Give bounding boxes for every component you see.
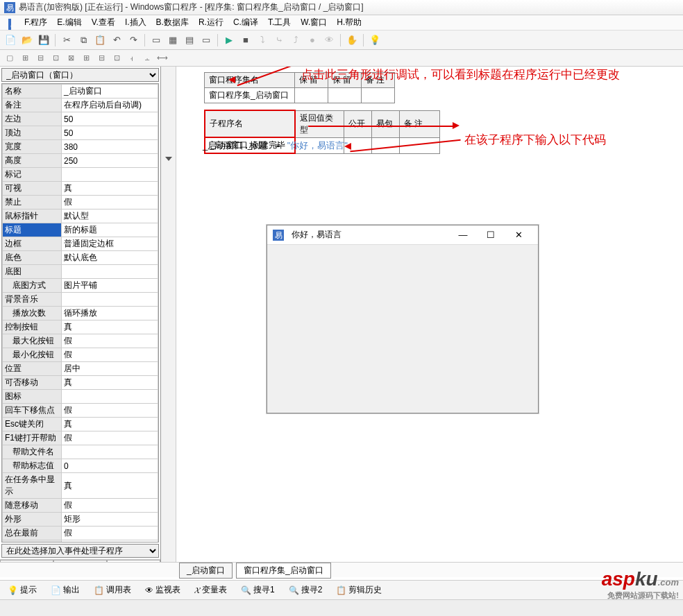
menu-tools[interactable]: T.工具 — [264, 15, 295, 30]
watch-button[interactable]: 👁 — [321, 33, 337, 48]
prop-key[interactable]: 高度 — [3, 154, 62, 168]
prop-key[interactable]: 最大化按钮 — [3, 334, 62, 348]
prop-key[interactable]: 图标 — [3, 390, 62, 404]
prop-key[interactable]: 总在最前 — [3, 527, 62, 540]
align9-button[interactable]: ⫠ — [140, 51, 154, 65]
align8-button[interactable]: ⫞ — [125, 51, 139, 65]
prop-value[interactable]: 假 — [62, 348, 158, 362]
menu-program[interactable]: F.程序 — [20, 15, 51, 30]
code-line[interactable]: _启动窗口.标题 ＝ "你好，易语言" — [203, 139, 348, 152]
align4-button[interactable]: ⊠ — [64, 51, 78, 65]
save-button[interactable]: 💾 — [36, 33, 51, 48]
prop-value[interactable] — [62, 445, 158, 459]
align7-button[interactable]: ⊡ — [110, 51, 124, 65]
step-out-button[interactable]: ⤴ — [288, 33, 303, 48]
prop-value[interactable]: 假 — [62, 499, 158, 513]
app-menu-icon[interactable]: 易 — [4, 17, 15, 28]
prop-key[interactable]: 背景音乐 — [3, 293, 62, 307]
run-button[interactable]: ▶ — [221, 33, 237, 48]
prop-key[interactable]: 回车下移焦点 — [3, 404, 62, 418]
prop-value[interactable]: 假 — [62, 527, 158, 540]
prop-value[interactable]: 假 — [62, 404, 158, 418]
align5-button[interactable]: ⊞ — [79, 51, 93, 65]
prop-value[interactable]: 在程序启动后自动调) — [62, 99, 158, 112]
align6-button[interactable]: ⊟ — [94, 51, 108, 65]
prop-value[interactable]: 真 — [62, 376, 158, 390]
prop-value[interactable]: _启动窗口 — [62, 85, 158, 99]
align2-button[interactable]: ⊟ — [33, 51, 47, 65]
prop-key[interactable]: 可否移动 — [3, 376, 62, 390]
prop-value[interactable]: 居中 — [62, 362, 158, 376]
prop-key[interactable]: 鼠标指针 — [3, 209, 62, 223]
prop-key[interactable]: 帮助标志值 — [3, 459, 62, 473]
prop-key[interactable]: 底图 — [3, 265, 62, 279]
prop-key[interactable]: 控制按钮 — [3, 320, 62, 334]
align-left-button[interactable]: ▢ — [3, 51, 17, 65]
prop-key[interactable]: 最小化按钮 — [3, 348, 62, 362]
prop-key[interactable]: 在任务条中显示 — [3, 473, 62, 499]
prop-key[interactable]: 边框 — [3, 237, 62, 251]
prop-value[interactable]: 真 — [62, 473, 158, 499]
prop-value[interactable] — [62, 265, 158, 279]
prop-value[interactable]: 循环播放 — [62, 307, 158, 320]
prop-key[interactable]: 备注 — [3, 99, 62, 112]
prop-value[interactable]: 矩形 — [62, 513, 158, 527]
prop-key[interactable]: Esc键关闭 — [3, 418, 62, 431]
prop-value[interactable]: 50 — [62, 126, 158, 140]
prop-key[interactable]: 底色 — [3, 251, 62, 265]
prop-value[interactable]: 默认底色 — [62, 251, 158, 265]
prop-value[interactable]: 假 — [62, 196, 158, 209]
code-editor[interactable]: 窗口程序集名保 留保 留备 注 窗口程序集_启动窗口 子程序名 返回值类型 公开… — [176, 67, 683, 577]
prop-key[interactable]: 名称 — [3, 85, 62, 99]
menu-database[interactable]: B.数据库 — [152, 15, 193, 30]
prop-value[interactable]: 真 — [62, 418, 158, 431]
tab-vars[interactable]: 𝓧 变量表 — [189, 581, 232, 599]
align-button[interactable]: ⊞ — [18, 51, 32, 65]
prop-key[interactable]: 帮助文件名 — [3, 445, 62, 459]
step-into-button[interactable]: ⤷ — [271, 33, 287, 48]
menu-edit[interactable]: E.编辑 — [53, 15, 85, 30]
menu-run[interactable]: R.运行 — [194, 15, 228, 30]
object-select[interactable]: _启动窗口（窗口） — [1, 68, 159, 82]
prop-key[interactable]: 位置 — [3, 362, 62, 376]
cut-button[interactable]: ✂ — [59, 33, 74, 48]
prop-value[interactable]: 假 — [62, 431, 158, 445]
tab-tip[interactable]: 💡 提示 — [3, 581, 42, 599]
prop-key[interactable]: 左边 — [3, 112, 62, 126]
undo-button[interactable]: ↶ — [109, 33, 124, 48]
tab-output[interactable]: 📄 输出 — [46, 581, 85, 599]
paste-button[interactable]: 📋 — [92, 33, 108, 48]
prop-key[interactable]: 顶边 — [3, 126, 62, 140]
prop-value[interactable]: 假 — [62, 540, 158, 543]
open-button[interactable]: 📂 — [19, 33, 35, 48]
prop-value[interactable]: 380 — [62, 140, 158, 154]
layout3-button[interactable]: ▭ — [199, 33, 214, 48]
prop-key[interactable]: 标记 — [3, 168, 62, 182]
prop-value[interactable] — [62, 293, 158, 307]
stop-button[interactable]: ■ — [238, 33, 253, 48]
prop-key[interactable]: 宽度 — [3, 140, 62, 154]
menu-insert[interactable]: I.插入 — [121, 15, 151, 30]
breakpoint-button[interactable]: ● — [305, 33, 320, 48]
help-button[interactable]: 💡 — [367, 33, 382, 48]
prop-key[interactable]: 禁止 — [3, 196, 62, 209]
prop-key[interactable]: F1键打开帮助 — [3, 431, 62, 445]
doc-tab-2[interactable]: 窗口程序集_启动窗口 — [236, 563, 331, 579]
prop-value[interactable]: 图片平铺 — [62, 279, 158, 293]
tab-search1[interactable]: 🔍 搜寻1 — [236, 581, 280, 599]
preview-maximize-button[interactable]: ☐ — [477, 225, 505, 245]
menu-compile[interactable]: C.编译 — [229, 15, 262, 30]
align3-button[interactable]: ⊡ — [49, 51, 62, 65]
preview-titlebar[interactable]: 易 你好，易语言 — ☐ ✕ — [267, 225, 538, 245]
hand-button[interactable]: ✋ — [344, 33, 360, 48]
menu-window[interactable]: W.窗口 — [296, 15, 331, 30]
window-list-button[interactable]: ▭ — [149, 33, 164, 48]
event-select[interactable]: 在此处选择加入事件处理子程序 — [1, 544, 159, 558]
align10-button[interactable]: ⟷ — [155, 51, 169, 65]
prop-key[interactable]: 播放次数 — [3, 307, 62, 320]
prop-value[interactable]: 0 — [62, 459, 158, 473]
tab-callstack[interactable]: 📋 调用表 — [89, 581, 136, 599]
tab-watch[interactable]: 👁 监视表 — [140, 581, 185, 599]
prop-key[interactable]: 随意移动 — [3, 499, 62, 513]
redo-button[interactable]: ↷ — [126, 33, 141, 48]
